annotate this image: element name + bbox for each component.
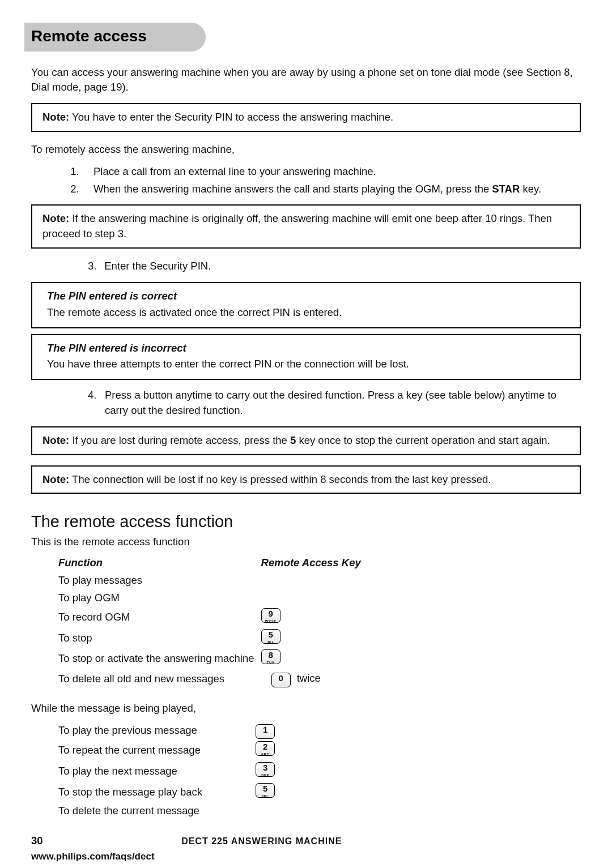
- note-box-1: Note: You have to enter the Security PIN…: [31, 103, 581, 132]
- subsection-subtitle: This is the remote access function: [31, 535, 581, 550]
- page-footer: 30 DECT 225 ANSWERING MACHINE www.philip…: [31, 833, 581, 863]
- key-suffix: twice: [297, 671, 321, 686]
- key-cell: 3DEF: [256, 761, 303, 782]
- func-cell: To delete all old and new messages: [58, 669, 261, 689]
- case-title: The PIN entered is correct: [47, 289, 570, 304]
- step-2-star: STAR: [492, 183, 520, 195]
- footer-url: www.philips.com/faqs/dect: [31, 850, 581, 864]
- note-lead: Note:: [42, 434, 69, 446]
- step-2: When the answering machine answers the c…: [88, 182, 581, 197]
- step-2c: key.: [520, 183, 541, 195]
- table-row: To record OGM 9WXYZ: [58, 607, 368, 628]
- note-box-4: Note: The connection will be lost if no …: [31, 465, 581, 494]
- func-cell: To stop or activate the answering machin…: [58, 648, 261, 669]
- intro-paragraph: You can access your answering machine wh…: [31, 65, 581, 96]
- step-3: 3. Enter the Security PIN.: [88, 259, 581, 274]
- key-cell: 9WXYZ: [261, 607, 368, 628]
- func-cell: To play the previous message: [58, 721, 256, 740]
- func-cell: To stop: [58, 628, 261, 649]
- func-cell: To play the next message: [58, 761, 256, 782]
- table-row: To delete the current message: [58, 802, 303, 820]
- note-lead: Note:: [42, 111, 69, 123]
- step-number: 4.: [88, 388, 101, 403]
- func-cell: To delete the current message: [58, 802, 256, 820]
- note-text: If the answering machine is originally o…: [42, 212, 552, 240]
- case-incorrect-box: The PIN entered is incorrect You have th…: [31, 334, 581, 380]
- table-row: To repeat the current message 2ABC: [58, 740, 303, 761]
- step-text: Press a button anytime to carry out the …: [105, 388, 581, 418]
- key-cell: [261, 589, 368, 607]
- func-cell: To stop the message play back: [58, 782, 256, 803]
- function-table-1: Function Remote Access Key To play messa…: [58, 554, 368, 689]
- keypad-2-icon: 2ABC: [256, 741, 275, 756]
- keypad-3-icon: 3DEF: [256, 762, 275, 777]
- note-lead: Note:: [42, 473, 69, 485]
- key-cell: [256, 802, 303, 820]
- step-4: 4. Press a button anytime to carry out t…: [88, 388, 581, 418]
- note-key-5: 5: [290, 434, 296, 446]
- steps-list-a: Place a call from an external line to yo…: [88, 164, 581, 197]
- note-lead: Note:: [42, 212, 69, 224]
- subsection-title: The remote access function: [31, 510, 581, 533]
- table-row: To play OGM: [58, 589, 368, 607]
- while-playing-lead: While the message is being played,: [31, 701, 581, 716]
- col-header-function: Function: [58, 554, 261, 572]
- keypad-8-icon: 8TUV: [261, 649, 280, 664]
- step-number: 3.: [88, 259, 101, 274]
- page-number: 30: [31, 833, 54, 849]
- keypad-5-icon: 5JKL: [261, 629, 280, 644]
- step-2a: When the answering machine answers the c…: [94, 183, 492, 195]
- keypad-5-icon: 5JKL: [256, 783, 275, 798]
- table-row: To play the next message 3DEF: [58, 761, 303, 782]
- keypad-0-icon: 0: [271, 673, 291, 687]
- key-cell: 8TUV: [261, 648, 368, 669]
- func-cell: To record OGM: [58, 607, 261, 628]
- func-cell: To play messages: [58, 572, 261, 589]
- section-title: Remote access: [24, 23, 206, 52]
- key-cell: 5JKL: [256, 782, 303, 803]
- col-header-key: Remote Access Key: [261, 554, 368, 572]
- note-text: The connection will be lost if no key is…: [69, 473, 491, 485]
- table-row: To stop or activate the answering machin…: [58, 648, 368, 669]
- note-text: You have to enter the Security PIN to ac…: [69, 111, 393, 123]
- table-row: To play messages: [58, 572, 368, 589]
- key-cell: 2ABC: [256, 740, 303, 761]
- note-box-2: Note: If the answering machine is origin…: [31, 204, 581, 249]
- table-row: To delete all old and new messages 0 twi…: [58, 669, 368, 689]
- table-row: To stop 5JKL: [58, 628, 368, 649]
- key-cell: [261, 572, 368, 589]
- function-table-2: To play the previous message 1 To repeat…: [58, 721, 303, 820]
- note-box-3: Note: If you are lost during remote acce…: [31, 426, 581, 455]
- case-title: The PIN entered is incorrect: [47, 341, 570, 356]
- note-text-a: If you are lost during remote access, pr…: [69, 434, 290, 446]
- table-row: To play the previous message 1: [58, 721, 303, 740]
- func-cell: To repeat the current message: [58, 740, 256, 761]
- key-cell: 0 twice: [261, 669, 368, 689]
- case-text: You have three attempts to enter the cor…: [47, 357, 570, 372]
- key-cell: 5JKL: [261, 628, 368, 649]
- case-correct-box: The PIN entered is correct The remote ac…: [31, 282, 581, 328]
- keypad-9-icon: 9WXYZ: [261, 608, 280, 623]
- step-text: Enter the Security PIN.: [104, 260, 211, 272]
- table-row: To stop the message play back 5JKL: [58, 782, 303, 803]
- step-1: Place a call from an external line to yo…: [88, 164, 581, 179]
- remote-access-lead: To remotely access the answering machine…: [31, 142, 581, 157]
- key-cell: 1: [256, 721, 303, 740]
- note-text-c: key once to stop the current operation a…: [296, 434, 550, 446]
- func-cell: To play OGM: [58, 589, 261, 607]
- footer-machine-label: DECT 225 ANSWERING MACHINE: [181, 836, 342, 846]
- case-text: The remote access is activated once the …: [47, 305, 570, 320]
- keypad-1-icon: 1: [256, 724, 275, 739]
